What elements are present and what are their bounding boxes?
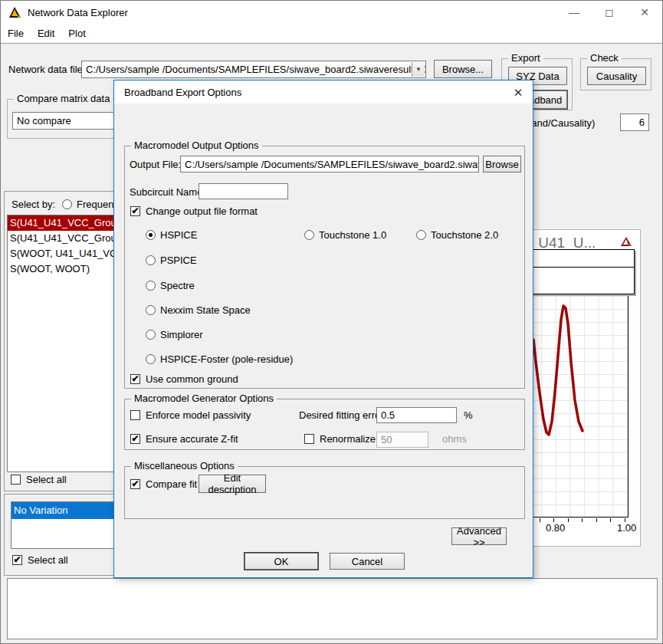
compare-fit-label: Compare fit xyxy=(146,478,197,490)
broadband-export-dialog: Broadband Export Options ✕ Macromodel Ou… xyxy=(113,80,533,578)
menu-edit[interactable]: Edit xyxy=(31,25,61,41)
renormalize-checkbox[interactable] xyxy=(304,434,314,444)
format-simplorer-label: Simplorer xyxy=(160,329,203,340)
check-causality-button[interactable]: Causality xyxy=(587,67,646,85)
menu-plot[interactable]: Plot xyxy=(61,25,92,41)
format-hspice-foster-label: HSPICE-Foster (pole-residue) xyxy=(160,353,293,365)
format-nexxim-label: Nexxim State Space xyxy=(160,304,251,316)
x-tick-label: 0.80 xyxy=(546,522,565,534)
format-simplorer-radio[interactable] xyxy=(146,330,156,340)
edit-description-button[interactable]: Edit description xyxy=(199,475,266,493)
variation-select-all-checkbox[interactable]: ✔ xyxy=(12,555,22,565)
select-by-label: Select by: xyxy=(11,199,55,210)
broadband-causality-field[interactable]: 6 xyxy=(620,113,649,131)
network-file-value: C:/Users/sample /Documents/SAMPLEFILES/s… xyxy=(86,64,426,75)
compare-fit-checkbox[interactable]: ✔ xyxy=(130,479,140,489)
renormalize-unit: ohms xyxy=(442,433,467,445)
output-file-label: Output File: xyxy=(130,159,181,170)
format-spectre-radio[interactable] xyxy=(146,281,156,291)
zfit-label: Ensure accurate Z-fit xyxy=(146,433,238,445)
x-tick xyxy=(568,518,569,522)
chart-logo-icon xyxy=(621,237,632,247)
app-logo-icon xyxy=(8,6,21,18)
compare-combobox-value: No compare xyxy=(17,115,71,127)
macromodel-generator-group: Macromodel Generator Options Enforce mod… xyxy=(124,399,525,450)
macromodel-output-group-label: Macromodel Output Options xyxy=(131,140,262,151)
ok-button[interactable]: OK xyxy=(245,553,318,570)
app-window: Network Data Explorer — ◻ ✕ File Edit Pl… xyxy=(0,0,663,644)
dialog-title: Broadband Export Options xyxy=(124,87,241,98)
format-pspice-label: PSPICE xyxy=(160,255,197,266)
x-tick xyxy=(596,518,597,522)
minimize-button[interactable]: — xyxy=(556,1,592,24)
format-hspice-label: HSPICE xyxy=(160,229,197,241)
format-hspice-radio[interactable] xyxy=(146,230,156,240)
output-file-input[interactable]: C:/Users/sample /Documents/SAMPLEFILES/s… xyxy=(180,156,479,172)
output-file-browse-button[interactable]: Browse xyxy=(483,156,521,172)
title-bar: Network Data Explorer — ◻ ✕ xyxy=(1,1,662,24)
compare-matrix-label: Compare matrix data xyxy=(14,93,113,104)
miscellaneous-group: Miscellaneous Options ✔ Compare fit Edit… xyxy=(124,466,525,519)
chevron-down-icon[interactable]: ▼ xyxy=(412,62,425,77)
x-tick-label: 1.00 xyxy=(617,522,636,534)
close-button[interactable]: ✕ xyxy=(627,1,662,24)
format-touchstone1-label: Touchstone 1.0 xyxy=(319,229,386,241)
variation-select-all-label: Select all xyxy=(28,554,68,566)
use-common-ground-label: Use common ground xyxy=(146,373,238,385)
macromodel-output-group: Macromodel Output Options Output File: C… xyxy=(124,146,525,389)
fitting-error-label: Desired fitting error: xyxy=(299,409,386,421)
fitting-error-unit: % xyxy=(464,409,473,421)
format-touchstone1-radio[interactable] xyxy=(304,230,314,240)
log-panel[interactable] xyxy=(7,578,658,639)
format-touchstone2-radio[interactable] xyxy=(416,230,426,240)
format-hspice-foster-radio[interactable] xyxy=(146,354,156,364)
format-spectre-label: Spectre xyxy=(160,280,195,291)
x-tick xyxy=(582,518,583,522)
x-tick xyxy=(540,518,540,522)
use-common-ground-checkbox[interactable]: ✔ xyxy=(130,374,140,384)
output-file-value: C:/Users/sample /Documents/SAMPLEFILES/s… xyxy=(185,159,479,170)
change-format-checkbox[interactable]: ✔ xyxy=(130,206,140,216)
sparam-select-all-label: Select all xyxy=(26,474,67,485)
renormalize-label: Renormalize xyxy=(320,433,376,445)
enforce-passivity-checkbox[interactable] xyxy=(130,410,140,420)
check-group: Check Causality xyxy=(580,58,652,90)
fitting-error-input[interactable]: 0.5 xyxy=(376,407,457,423)
cancel-button[interactable]: Cancel xyxy=(330,553,405,570)
check-group-label: Check xyxy=(587,52,622,64)
subcircuit-name-label: Subcircuit Name: xyxy=(130,186,205,198)
dialog-close-icon[interactable]: ✕ xyxy=(511,86,525,100)
browse-network-file-button[interactable]: Browse... xyxy=(434,60,492,78)
network-file-label: Network data file: xyxy=(8,64,85,75)
subcircuit-name-input[interactable] xyxy=(199,183,288,199)
menu-bar: File Edit Plot xyxy=(1,24,662,43)
advanced-button[interactable]: Advanced >> xyxy=(451,527,507,545)
zfit-checkbox[interactable]: ✔ xyxy=(130,434,140,444)
format-touchstone2-label: Touchstone 2.0 xyxy=(431,229,498,241)
x-tick xyxy=(610,518,611,522)
maximize-button[interactable]: ◻ xyxy=(592,1,627,24)
miscellaneous-group-label: Miscellaneous Options xyxy=(131,460,238,472)
dialog-title-bar: Broadband Export Options ✕ xyxy=(114,80,533,104)
window-title: Network Data Explorer xyxy=(28,7,128,18)
renormalize-input: 50 xyxy=(376,432,428,448)
format-pspice-radio[interactable] xyxy=(146,255,156,265)
network-file-combobox[interactable]: C:/Users/sample /Documents/SAMPLEFILES/s… xyxy=(81,61,426,78)
export-group-label: Export xyxy=(508,52,543,64)
menu-file[interactable]: File xyxy=(1,25,31,41)
change-format-label: Change output file format xyxy=(146,205,258,217)
format-nexxim-radio[interactable] xyxy=(146,305,156,315)
macromodel-generator-group-label: Macromodel Generator Options xyxy=(131,393,277,404)
sparam-select-all-checkbox[interactable] xyxy=(11,475,21,485)
frequencies-radio[interactable] xyxy=(62,199,72,209)
enforce-passivity-label: Enforce model passivity xyxy=(146,409,251,421)
